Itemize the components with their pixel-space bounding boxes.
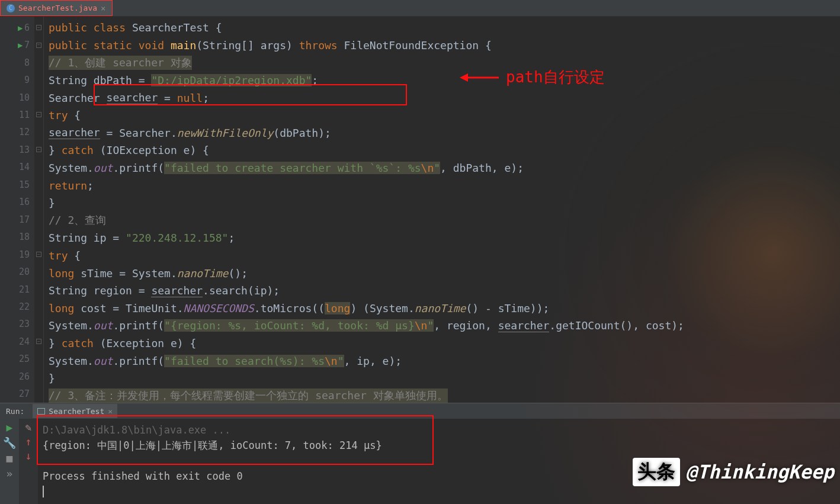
- fold-icon[interactable]: −: [36, 25, 41, 30]
- tab-searchertest[interactable]: C SearcherTest.java ×: [0, 0, 113, 16]
- run-header: Run: SearcherTest ×: [0, 403, 840, 419]
- console-line: Process finished with exit code 0: [43, 468, 835, 484]
- console-toolbar: ✎ ↑ ↓: [19, 419, 38, 504]
- run-config-icon: [37, 408, 45, 415]
- run-toolbar: ▶ 🔧 ■ »: [0, 419, 19, 504]
- console-output[interactable]: D:\Java\jdk1.8\bin\java.exe ... {region:…: [38, 419, 840, 504]
- close-icon[interactable]: ×: [108, 407, 113, 416]
- close-icon[interactable]: ×: [101, 4, 105, 13]
- run-tab-searchertest[interactable]: SearcherTest ×: [33, 404, 117, 418]
- cursor: [43, 486, 44, 497]
- wrench-icon[interactable]: 🔧: [5, 438, 14, 447]
- fold-icon[interactable]: −: [36, 147, 41, 152]
- editor-tabs: C SearcherTest.java ×: [0, 0, 840, 17]
- console-line: [43, 453, 835, 468]
- run-method-icon[interactable]: ▶: [18, 40, 23, 50]
- arrow-up-icon[interactable]: ↑: [24, 436, 33, 446]
- tab-filename: SearcherTest.java: [18, 4, 97, 12]
- line-number-gutter: 6▶ 7▶ 8 9 10 11 12 13 14 15 16 17 18 19 …: [0, 17, 34, 403]
- fold-icon[interactable]: −: [36, 112, 41, 117]
- console-line: D:\Java\jdk1.8\bin\java.exe ...: [43, 422, 835, 438]
- eraser-icon[interactable]: ✎: [24, 422, 33, 432]
- fold-icon[interactable]: −: [36, 252, 41, 257]
- code-content[interactable]: public class SearcherTest { public stati…: [44, 17, 840, 403]
- run-panel-label: Run:: [2, 407, 28, 416]
- console-line: {region: 中国|0|上海|上海市|联通, ioCount: 7, too…: [43, 438, 835, 453]
- fold-icon[interactable]: −: [36, 339, 41, 344]
- java-class-icon: C: [7, 4, 15, 12]
- more-icon[interactable]: »: [5, 468, 14, 478]
- stop-icon[interactable]: ■: [5, 453, 14, 463]
- rerun-icon[interactable]: ▶: [5, 422, 14, 432]
- run-tool-window: Run: SearcherTest × ▶ 🔧 ■ » ✎ ↑ ↓ D:\Jav…: [0, 403, 840, 504]
- arrow-down-icon[interactable]: ↓: [24, 451, 33, 460]
- run-class-icon[interactable]: ▶: [18, 23, 23, 33]
- code-editor[interactable]: 6▶ 7▶ 8 9 10 11 12 13 14 15 16 17 18 19 …: [0, 17, 840, 403]
- fold-gutter: − − − − − −: [34, 17, 44, 403]
- fold-icon[interactable]: −: [36, 43, 41, 48]
